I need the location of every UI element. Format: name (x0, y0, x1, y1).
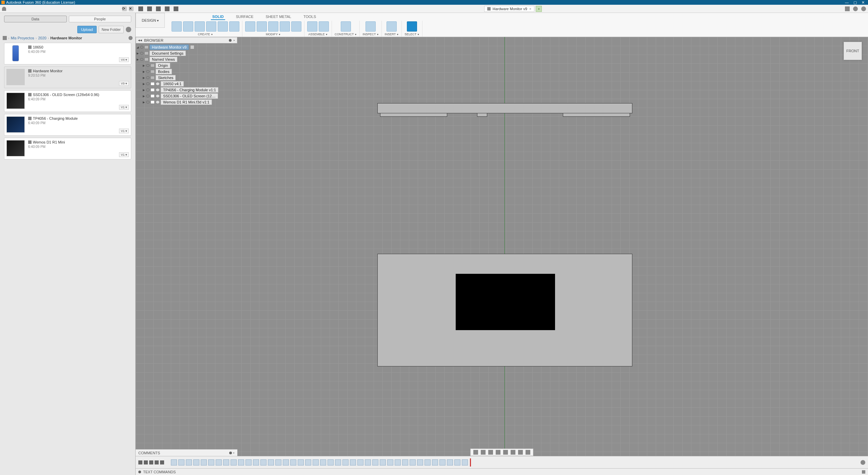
timeline-step[interactable] (342, 459, 349, 466)
timeline-step[interactable] (439, 459, 446, 466)
viewport-icon[interactable] (526, 450, 530, 455)
create-tool-2[interactable] (195, 21, 205, 32)
visibility-icon[interactable] (146, 95, 150, 97)
step-back-icon[interactable] (144, 460, 148, 464)
expand-icon[interactable]: ▶ (142, 76, 145, 79)
tree-row[interactable]: ▶ Origin (142, 62, 237, 69)
undo-icon[interactable] (165, 6, 170, 11)
timeline-step[interactable] (193, 459, 199, 466)
visibility-icon[interactable] (146, 64, 150, 67)
timeline-step[interactable] (201, 459, 207, 466)
selectable-icon[interactable] (151, 88, 155, 92)
file-icon[interactable] (147, 6, 152, 11)
modify-tool-4[interactable] (291, 21, 301, 32)
inspect-tool-0[interactable] (366, 21, 376, 32)
timeline-step[interactable] (223, 459, 229, 466)
tab-close-icon[interactable]: × (529, 7, 531, 11)
timeline-playhead[interactable] (470, 458, 471, 467)
tree-row[interactable]: ▶ Bodies (142, 69, 237, 75)
timeline-step[interactable] (417, 459, 423, 466)
new-tab-button[interactable]: + (536, 6, 542, 12)
timeline-step[interactable] (328, 459, 334, 466)
step-fwd-icon[interactable] (155, 460, 159, 464)
ribbon-tab-tools[interactable]: TOOLS (302, 14, 317, 20)
selectable-icon[interactable] (151, 100, 155, 104)
upload-button[interactable]: Upload (77, 26, 97, 33)
group-label[interactable]: ASSEMBLE▼ (308, 33, 328, 36)
close-button[interactable]: ✕ (862, 0, 865, 5)
timeline-step[interactable] (208, 459, 214, 466)
tree-row[interactable]: ▶ Named Views (136, 56, 237, 62)
create-tool-0[interactable] (172, 21, 182, 32)
create-tool-4[interactable] (218, 21, 228, 32)
folder-settings-icon[interactable] (129, 36, 133, 40)
expand-icon[interactable]: ▶ (142, 95, 145, 98)
asset-version-badge[interactable]: V4 ▾ (119, 57, 129, 62)
ribbon-tab-sheet metal[interactable]: SHEET METAL (264, 14, 293, 20)
timeline-step[interactable] (171, 459, 177, 466)
expand-icon[interactable]: ▶ (142, 82, 145, 86)
timeline-step[interactable] (216, 459, 222, 466)
save-icon[interactable] (156, 6, 161, 11)
browser-header[interactable]: ◂◂ BROWSER ▸ (136, 37, 237, 43)
timeline-step[interactable] (283, 459, 289, 466)
viewcube[interactable]: FRONT (844, 42, 862, 60)
create-tool-1[interactable] (183, 21, 193, 32)
visibility-icon[interactable] (146, 70, 150, 73)
extensions-icon[interactable] (845, 6, 850, 11)
tree-row[interactable]: ▶ Wemos D1 R1 Mini.f3d v1:1 (142, 99, 237, 105)
canvas[interactable]: ◂◂ BROWSER ▸ ◢ Hardware Monitor v9 ▶ Doc… (136, 37, 868, 475)
group-label[interactable]: INSERT▼ (384, 33, 399, 36)
refresh-icon[interactable]: ⟳ (122, 6, 127, 11)
timeline-step[interactable] (260, 459, 267, 466)
expand-icon[interactable]: ▶ (142, 70, 145, 73)
create-tool-3[interactable] (206, 21, 216, 32)
pan-icon[interactable] (488, 450, 493, 455)
crumb-0[interactable]: Mis Proyectos (11, 36, 34, 40)
activate-icon[interactable] (191, 45, 194, 49)
timeline-step[interactable] (425, 459, 431, 466)
tree-row[interactable]: ▶ TP4056 - Charging Module v1:1 (142, 87, 237, 93)
collapse-icon[interactable]: ◂◂ (138, 38, 142, 42)
group-label[interactable]: INSPECT▼ (362, 33, 379, 36)
timeline-step[interactable] (275, 459, 281, 466)
asset-version-badge[interactable]: V9 ▾ (119, 81, 129, 86)
timeline-step[interactable] (350, 459, 356, 466)
people-tab[interactable]: People (69, 16, 132, 22)
expand-icon[interactable]: ▶ (142, 89, 145, 92)
timeline-step[interactable] (313, 459, 319, 466)
timeline-step[interactable] (178, 459, 184, 466)
visibility-icon[interactable] (146, 82, 150, 85)
browser-expand-icon[interactable]: ▸ (234, 39, 235, 42)
timeline-step[interactable] (387, 459, 393, 466)
construct-tool-0[interactable] (341, 21, 351, 32)
timeline-step[interactable] (365, 459, 371, 466)
document-tab[interactable]: Hardware Monitor v9 × (484, 6, 535, 12)
timeline-step[interactable] (238, 459, 244, 466)
visibility-icon[interactable] (146, 101, 150, 103)
timeline-step[interactable] (462, 459, 468, 466)
model-part-screen[interactable] (456, 274, 555, 330)
modify-tool-0[interactable] (245, 21, 255, 32)
model-part-top[interactable] (377, 103, 632, 113)
timeline-step[interactable] (447, 459, 453, 466)
group-label[interactable]: SELECT▼ (405, 33, 419, 36)
tree-row[interactable]: ▶ SSD1306 - OLED Screen (12… (142, 93, 237, 99)
timeline-step[interactable] (253, 459, 259, 466)
settings-icon[interactable] (126, 27, 131, 32)
data-tab[interactable]: Data (4, 16, 67, 22)
timeline-step[interactable] (231, 459, 237, 466)
timeline-step[interactable] (290, 459, 296, 466)
visibility-icon[interactable] (140, 52, 143, 55)
panel-close-icon[interactable]: ✕ (129, 6, 134, 11)
ribbon-tab-solid[interactable]: SOLID (211, 14, 225, 20)
model-part-top-foot-3[interactable] (563, 113, 630, 117)
grid-settings-icon[interactable] (518, 450, 523, 455)
timeline-step[interactable] (402, 459, 408, 466)
asset-item[interactable]: TP4056 - Charging Module 6:40:09 PM V1 ▾ (4, 114, 131, 136)
grid-icon[interactable] (138, 6, 143, 11)
text-commands-bar[interactable]: TEXT COMMANDS (136, 468, 868, 475)
minimize-button[interactable]: — (845, 0, 849, 5)
ribbon-tab-surface[interactable]: SURFACE (235, 14, 255, 20)
visibility-icon[interactable] (140, 58, 143, 61)
